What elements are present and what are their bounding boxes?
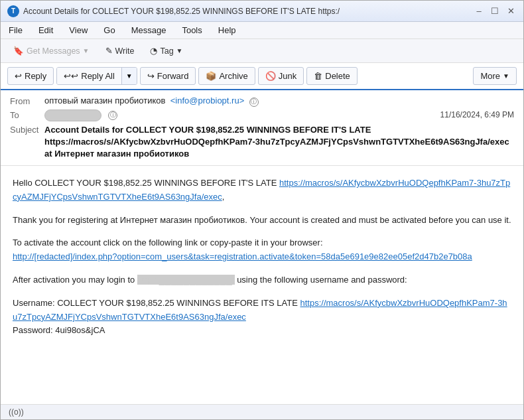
- reply-label: Reply: [25, 71, 46, 81]
- subject-text: Account Details for COLLECT YOUR $198,85…: [44, 124, 514, 161]
- menu-edit[interactable]: Edit: [36, 24, 56, 36]
- reply-all-icon: ↩↩: [64, 71, 78, 81]
- delete-button[interactable]: 🗑 Delete: [306, 67, 358, 85]
- main-toolbar: 🔖 Get Messages ▼ ✎ Write ◔ Tag ▼: [1, 39, 523, 63]
- from-label: From: [10, 96, 44, 106]
- write-label: Write: [115, 46, 135, 56]
- tag-arrow: ▼: [176, 47, 183, 54]
- delete-label: Delete: [325, 71, 350, 81]
- email-content-wrapper: Hello COLLECT YOUR $198,852.25 WINNINGS …: [1, 166, 523, 404]
- reply-all-label: Reply All: [81, 71, 115, 81]
- title-bar: T Account Details for COLLECT YOUR $198,…: [1, 1, 523, 22]
- forward-button[interactable]: ↪ Forward: [140, 67, 196, 85]
- login-suffix: using the following username and passwor…: [235, 275, 407, 285]
- activation-link[interactable]: http://[redacted]/index.php?option=com_u…: [13, 251, 472, 261]
- from-email[interactable]: <info@probiopt.ru>: [170, 96, 245, 105]
- greeting-paragraph: Hello COLLECT YOUR $198,852.25 WINNINGS …: [13, 176, 511, 204]
- login-link[interactable]: http://████████████/: [137, 275, 235, 285]
- junk-button[interactable]: 🚫 Junk: [258, 67, 304, 85]
- registration-text: Thank you for registering at Интернет ма…: [13, 215, 511, 225]
- title-bar-left: T Account Details for COLLECT YOUR $198,…: [7, 5, 473, 17]
- more-button[interactable]: More ▼: [473, 67, 517, 85]
- get-messages-button[interactable]: 🔖 Get Messages ▼: [7, 42, 96, 59]
- password-text: Password: 4ui98os&jCA: [13, 325, 105, 335]
- menu-help[interactable]: Help: [216, 24, 239, 36]
- get-messages-label: Get Messages: [27, 46, 80, 56]
- get-messages-arrow: ▼: [83, 47, 90, 54]
- from-info-icon[interactable]: ⓘ: [249, 98, 259, 107]
- menu-message[interactable]: Message: [129, 24, 169, 36]
- app-icon: T: [7, 5, 19, 17]
- greeting-text: Hello COLLECT YOUR $198,852.25 WINNINGS …: [13, 178, 279, 188]
- subject-row: Subject Account Details for COLLECT YOUR…: [10, 124, 514, 161]
- junk-label: Junk: [279, 71, 296, 81]
- to-recipient: ████████: [44, 109, 101, 121]
- forward-icon: ↪: [147, 71, 155, 81]
- activation-paragraph: To activate the account click on the fol…: [13, 236, 511, 264]
- credentials-paragraph: Username: COLLECT YOUR $198,852.25 WINNI…: [13, 297, 511, 338]
- from-name: оптовый магазин пробиотиков: [44, 96, 166, 105]
- action-bar: ↩ Reply ↩↩ Reply All ▼ ↪ Forward 📦 Archi…: [1, 63, 523, 90]
- from-row: From оптовый магазин пробиотиков <info@p…: [10, 96, 514, 107]
- to-block: ████████ ⓘ: [44, 109, 117, 121]
- registration-paragraph: Thank you for registering at Интернет ма…: [13, 214, 511, 228]
- archive-button[interactable]: 📦 Archive: [198, 67, 255, 85]
- reply-button[interactable]: ↩ Reply: [7, 67, 54, 85]
- write-icon: ✎: [105, 46, 113, 56]
- from-value: оптовый магазин пробиотиков <info@probio…: [44, 96, 514, 107]
- menu-view[interactable]: View: [66, 24, 90, 36]
- archive-icon: 📦: [206, 71, 216, 81]
- more-label: More: [480, 71, 500, 81]
- minimize-button[interactable]: –: [473, 5, 485, 17]
- reply-all-button[interactable]: ↩↩ Reply All: [57, 68, 121, 84]
- delete-icon: 🗑: [314, 71, 322, 81]
- junk-icon: 🚫: [265, 71, 276, 81]
- wifi-icon: ((o)): [9, 407, 24, 417]
- activation-text: To activate the account click on the fol…: [13, 238, 323, 247]
- comma: ,: [222, 192, 225, 202]
- forward-label: Forward: [157, 71, 189, 81]
- menu-tools[interactable]: Tools: [179, 24, 204, 36]
- main-window: T Account Details for COLLECT YOUR $198,…: [0, 0, 524, 420]
- maximize-button[interactable]: ☐: [489, 5, 501, 17]
- window-title: Account Details for COLLECT YOUR $198,85…: [23, 7, 340, 16]
- status-bar: ((o)): [1, 404, 523, 419]
- archive-label: Archive: [219, 71, 247, 81]
- menu-file[interactable]: File: [6, 24, 25, 36]
- tag-button[interactable]: ◔ Tag ▼: [144, 42, 188, 59]
- get-messages-icon: 🔖: [13, 46, 24, 56]
- menu-bar: File Edit View Go Message Tools Help: [1, 22, 523, 39]
- email-header: From оптовый магазин пробиотиков <info@p…: [1, 90, 523, 166]
- login-prefix: After activation you may login to: [13, 275, 137, 285]
- to-row: To ████████ ⓘ 11/16/2024, 6:49 PM: [10, 109, 514, 121]
- email-body: Hello COLLECT YOUR $198,852.25 WINNINGS …: [1, 166, 523, 404]
- write-button[interactable]: ✎ Write: [99, 42, 141, 59]
- reply-all-split: ↩↩ Reply All ▼: [56, 67, 137, 85]
- tag-label: Tag: [160, 46, 173, 56]
- login-paragraph: After activation you may login to http:/…: [13, 273, 511, 287]
- reply-icon: ↩: [15, 71, 22, 81]
- subject-label: Subject: [10, 124, 44, 135]
- close-button[interactable]: ✕: [505, 5, 517, 17]
- tag-icon: ◔: [150, 46, 157, 56]
- menu-go[interactable]: Go: [101, 24, 117, 36]
- username-label-text: Username: COLLECT YOUR $198,852.25 WINNI…: [13, 298, 300, 308]
- to-info-icon[interactable]: ⓘ: [108, 111, 117, 120]
- more-arrow-icon: ▼: [503, 72, 509, 80]
- to-label: To: [10, 109, 44, 120]
- window-controls: – ☐ ✕: [473, 5, 517, 17]
- email-date: 11/16/2024, 6:49 PM: [440, 109, 514, 119]
- reply-all-dropdown[interactable]: ▼: [121, 68, 137, 84]
